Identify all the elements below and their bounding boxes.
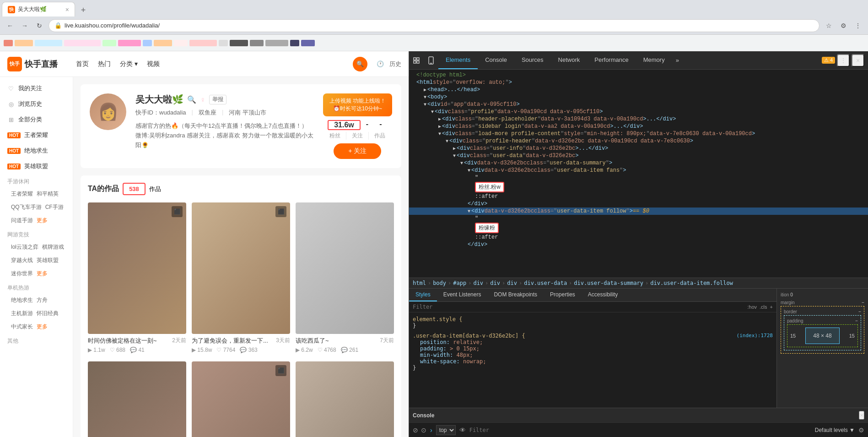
dom-line-html[interactable]: <html style="overflow: auto;"> <box>409 79 868 86</box>
site-header: 快手 快手直播 首页 热门 分类 ▾ 视频 🔍 🕐 历史 <box>0 51 409 77</box>
sidebar-sub-qq[interactable]: QQ飞车手游CF手游 <box>0 201 73 214</box>
forward-button[interactable]: → <box>18 19 31 32</box>
dom-line-head[interactable]: ▶ <head>...</head> <box>409 86 868 93</box>
bc-user-data[interactable]: div.user-data <box>524 280 567 286</box>
console-context-select[interactable]: top <box>436 425 456 435</box>
video-card-5[interactable]: ⬛ 想想这个无奈的冬季二月，... 2周前 ▶ 8.4w ♡ 7868 💬 34… <box>192 361 290 437</box>
video-card-3[interactable]: 该吃西瓜了~ 7天前 ▶ 6.2w ♡ 4768 💬 261 <box>296 202 394 356</box>
devtools-tab-sources[interactable]: Sources <box>514 51 551 69</box>
reload-button[interactable]: ↻ <box>33 19 46 32</box>
tab-close[interactable]: × <box>65 6 69 13</box>
dom-line-follow-item[interactable]: ▼ <div data-v-d326e2bc class="user-data-… <box>409 208 868 215</box>
dom-line-user-data-fans[interactable]: ▼ <div data-v-d326e2bc class="user-data-… <box>409 167 868 174</box>
sidebar-sub-jd[interactable]: 绝地求生方舟 <box>0 294 73 307</box>
address-bar[interactable]: 🔒 live.kuaishou.com/profile/wudadalia/ <box>49 19 819 32</box>
default-levels[interactable]: Default levels ▼ <box>815 427 855 433</box>
dom-line-body[interactable]: ▼ <body> <box>409 93 868 101</box>
style-tab-styles[interactable]: Styles <box>409 289 437 301</box>
devtools-tab-network[interactable]: Network <box>551 51 588 69</box>
video-card-2[interactable]: ⬛ 为了避免误会，重新发一下... 3天前 ▶ 15.8w ♡ 7764 💬 3… <box>192 202 290 356</box>
style-tab-event-listeners[interactable]: Event Listeners <box>437 289 488 301</box>
header-history[interactable]: 历史 <box>389 60 401 68</box>
sidebar-item-history[interactable]: ◎ 浏览历史 <box>0 96 73 112</box>
back-button[interactable]: ← <box>4 19 16 32</box>
search-button[interactable]: 🔍 <box>353 57 367 71</box>
devtools-mobile-icon[interactable] <box>424 51 438 70</box>
new-tab-btn[interactable]: + <box>76 4 91 16</box>
bc-app[interactable]: #app <box>453 280 466 286</box>
dom-line-load-more[interactable]: ▼ <div class="load-more profile-content"… <box>409 130 868 137</box>
sidebar-item-follow[interactable]: ♡ 我的关注 <box>0 81 73 96</box>
dom-line-app[interactable]: ▼ <div id="app" data-v-095cf110> <box>409 101 868 108</box>
video-title-1: 时间仿佛被定格在这一刻~ <box>88 337 157 344</box>
devtools-settings-btn[interactable]: ⋮ <box>837 54 850 67</box>
video-play-icon-1: ⬛ <box>172 206 183 217</box>
style-tab-dom-breakpoints[interactable]: DOM Breakpoints <box>487 289 544 301</box>
sidebar-sub-wzry[interactable]: 王者荣耀和平精英 <box>0 187 73 201</box>
hov-filter-btn[interactable]: :hov <box>747 304 757 310</box>
devtools-tab-memory[interactable]: Memory <box>636 51 672 69</box>
bookmark-button[interactable]: ☆ <box>822 19 835 32</box>
console-close-btn[interactable]: × <box>859 411 864 420</box>
nav-video[interactable]: 视频 <box>147 60 160 68</box>
dom-tree[interactable]: <!doctype html> <html style="overflow: a… <box>409 70 868 278</box>
console-settings-icon[interactable]: ⚙ <box>858 426 864 434</box>
nav-home[interactable]: 首页 <box>76 60 89 68</box>
sidebar-sub-lol[interactable]: lol云顶之弈棋牌游戏 <box>0 240 73 254</box>
video-card-4[interactable]: 该写作业了...... 2周前 ▶ 1.4w ♡ 732 💬 51 <box>88 361 186 437</box>
console-stop-icon[interactable]: ⊘ <box>413 426 418 434</box>
dom-line-sidebar[interactable]: ▶ <div class="sidebar login" data-v-aa2 … <box>409 123 868 130</box>
bc-body[interactable]: body <box>433 280 446 286</box>
follow-button[interactable]: + 关注 <box>334 143 381 159</box>
sidebar-sub-host[interactable]: 主机新游怀旧经典 <box>0 307 73 320</box>
sidebar-sub-cn[interactable]: 中式家长更多 <box>0 320 73 333</box>
sidebar-item-all-categories[interactable]: ⊞ 全部分类 <box>0 112 73 127</box>
devtools-tab-elements[interactable]: Elements <box>438 51 478 69</box>
video-card-1[interactable]: ⬛ 时间仿佛被定格在这一刻~ 2天前 ▶ 1.1w ♡ 688 💬 41 <box>88 202 186 356</box>
active-tab[interactable]: 快 吴大大啦🌿 × <box>2 2 75 16</box>
add-rule-btn[interactable]: + <box>770 304 773 310</box>
dom-line-user-info[interactable]: ▶ <div class="user-info" data-v-d326e2bc… <box>409 145 868 152</box>
sidebar-sub-mini[interactable]: 迷你世界更多 <box>0 267 73 280</box>
sidebar-item-yxlm[interactable]: HOT 英雄联盟 <box>0 158 73 174</box>
dom-line-doctype[interactable]: <!doctype html> <box>409 71 868 79</box>
devtools-close-btn[interactable]: × <box>852 54 864 67</box>
dom-line-profile[interactable]: ▼ <div class="profile" data-v-00a190cd d… <box>409 108 868 115</box>
nav-hot[interactable]: 热门 <box>98 60 111 68</box>
style-tab-accessibility[interactable]: Accessibility <box>582 289 624 301</box>
profile-meta: 快手ID：wudadalia | 双鱼座 | 河南 平顶山市 <box>135 109 314 117</box>
dom-line-header-ph[interactable]: ▶ <div class="header-placeholder" data-v… <box>409 115 868 123</box>
devtools-inspect-icon[interactable] <box>409 51 424 70</box>
style-tab-properties[interactable]: Properties <box>544 289 582 301</box>
bc-html[interactable]: html <box>413 280 426 286</box>
report-button[interactable]: 举报 <box>209 95 226 104</box>
style-source-link[interactable]: (index):1728 <box>737 333 773 339</box>
devtools-tab-performance[interactable]: Performance <box>587 51 636 69</box>
console-eye-icon[interactable]: 👁 <box>459 426 466 434</box>
menu-button[interactable]: ⋮ <box>852 19 864 32</box>
extensions-button[interactable]: ⚙ <box>837 19 850 32</box>
bc-div3[interactable]: div <box>507 280 517 286</box>
dom-line-user-data[interactable]: ▼ <div class="user-data" data-v-d326e2bc… <box>409 152 868 159</box>
bc-user-data-summary[interactable]: div.user-data-summary <box>574 280 643 286</box>
nav-category[interactable]: 分类 ▾ <box>120 60 138 68</box>
console-input-field[interactable] <box>469 427 811 433</box>
devtools-tab-console[interactable]: Console <box>478 51 514 69</box>
dom-line-follow-close: </div> <box>409 241 868 248</box>
bc-div2[interactable]: div <box>490 280 500 286</box>
constellation: 双鱼座 <box>199 109 216 117</box>
console-filter-icon[interactable]: ⊙ <box>421 426 426 434</box>
styles-filter-input[interactable] <box>413 304 744 310</box>
cls-filter-btn[interactable]: .cls <box>760 304 767 310</box>
videos-grid: ⬛ 时间仿佛被定格在这一刻~ 2天前 ▶ 1.1w ♡ 688 💬 41 <box>88 202 394 437</box>
sidebar-item-wzry[interactable]: HOT 王者荣耀 <box>0 127 73 143</box>
sidebar-sub-cf[interactable]: 穿越火线英雄联盟 <box>0 254 73 267</box>
dom-line-user-data-summary[interactable]: ▼ <div data-v-d326e2bc class="user-data-… <box>409 159 868 167</box>
devtools-more-tabs[interactable]: » <box>672 51 683 69</box>
bc-follow-item[interactable]: div.user-data-item.follow <box>650 280 733 286</box>
sidebar-item-jdqs[interactable]: HOT 绝地求生 <box>0 143 73 158</box>
sidebar-sub-wdsy[interactable]: 问道手游更多 <box>0 214 73 227</box>
dom-line-profile-header[interactable]: ▼ <div class="profile-header" data-v-d32… <box>409 137 868 145</box>
video-card-6[interactable]: 总以为爱是全部的心跳 2周前 ▶ 3.9w ♡ 3331 💬 118 <box>296 361 394 437</box>
bc-div1[interactable]: div <box>473 280 483 286</box>
